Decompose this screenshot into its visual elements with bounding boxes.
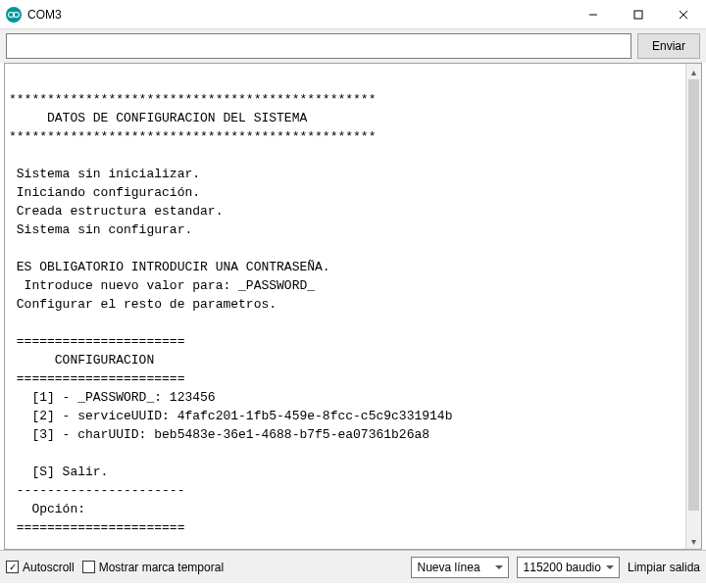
close-icon [679, 10, 688, 20]
autoscroll-checkbox[interactable]: ✓ Autoscroll [6, 561, 75, 574]
maximize-icon [633, 10, 643, 20]
titlebar: COM3 [0, 0, 706, 29]
svg-rect-1 [634, 11, 642, 19]
clear-output-button[interactable]: Limpiar salida [628, 561, 700, 574]
console-area: ****************************************… [4, 63, 702, 550]
checkbox-icon: ✓ [6, 561, 19, 573]
baud-rate-value: 115200 baudio [524, 561, 601, 574]
checkbox-icon [82, 561, 95, 573]
window-controls [571, 0, 706, 28]
line-ending-select[interactable]: Nueva línea [411, 557, 509, 578]
footer-bar: ✓ Autoscroll Mostrar marca temporal Nuev… [0, 550, 706, 583]
arduino-icon [6, 7, 22, 23]
send-row: Enviar [0, 29, 706, 63]
timestamp-label: Mostrar marca temporal [99, 561, 224, 574]
close-button[interactable] [661, 0, 706, 28]
minimize-button[interactable] [571, 0, 616, 28]
line-ending-value: Nueva línea [418, 561, 480, 574]
baud-rate-select[interactable]: 115200 baudio [517, 557, 620, 578]
send-button[interactable]: Enviar [637, 33, 700, 59]
window-title: COM3 [27, 8, 571, 22]
serial-input[interactable] [6, 33, 631, 59]
vertical-scrollbar[interactable]: ▴ ▾ [685, 64, 701, 549]
scroll-up-arrow-icon[interactable]: ▴ [686, 64, 701, 79]
autoscroll-label: Autoscroll [23, 561, 75, 574]
scroll-thumb[interactable] [688, 79, 699, 511]
timestamp-checkbox[interactable]: Mostrar marca temporal [82, 561, 224, 574]
app-icon-slot [0, 7, 27, 23]
maximize-button[interactable] [616, 0, 661, 28]
scroll-track[interactable] [686, 79, 701, 533]
console-output[interactable]: ****************************************… [5, 64, 685, 549]
minimize-icon [588, 10, 598, 20]
scroll-down-arrow-icon[interactable]: ▾ [686, 533, 701, 549]
